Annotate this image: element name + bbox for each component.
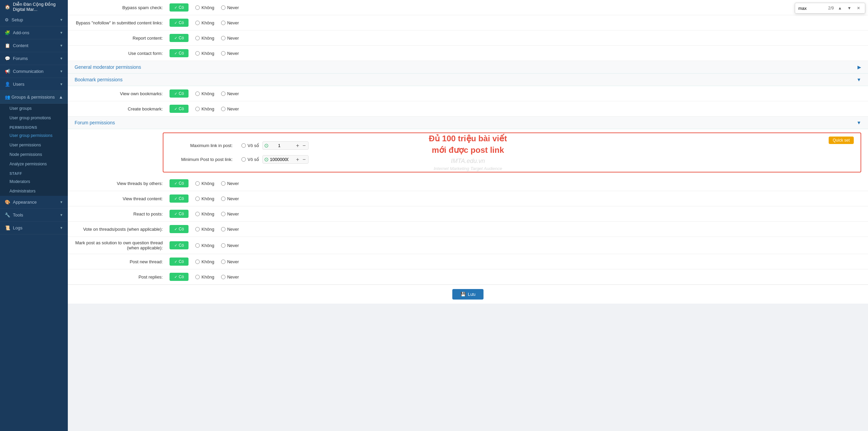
sidebar-item-user-group-permissions[interactable]: User group permissions	[0, 131, 68, 140]
post-replies-never-option[interactable]: Never	[221, 274, 239, 280]
contact-never-option[interactable]: Never	[221, 51, 239, 56]
view-thread-content-never-option[interactable]: Never	[221, 196, 239, 201]
bypass-spam-never-radio[interactable]	[221, 5, 225, 10]
nofollow-never-option[interactable]: Never	[221, 20, 239, 25]
sidebar-item-node-permissions[interactable]: Node permissions	[0, 150, 68, 159]
contact-never-radio[interactable]	[221, 51, 225, 56]
save-button[interactable]: 💾 Lưu	[452, 289, 484, 300]
sidebar-item-tools[interactable]: 🔧 Tools ▼	[0, 209, 68, 222]
vote-never-radio[interactable]	[221, 227, 225, 231]
sidebar-item-content[interactable]: 📋 Content ▼	[0, 39, 68, 52]
search-input[interactable]	[798, 6, 826, 11]
vote-never-option[interactable]: Never	[221, 227, 239, 232]
post-replies-co-button[interactable]: ✓ Có	[170, 273, 189, 281]
view-bookmarks-never-radio[interactable]	[221, 91, 225, 96]
mark-solution-khong-radio[interactable]	[195, 243, 200, 248]
max-link-increment-button[interactable]: +	[295, 143, 300, 148]
min-post-input[interactable]: 100000000	[270, 157, 294, 162]
max-link-input[interactable]: 1	[270, 143, 294, 148]
sidebar-item-forums[interactable]: 💬 Forums ▼	[0, 52, 68, 65]
mark-solution-co-button[interactable]: ✓ Có	[170, 241, 189, 249]
forum-permissions-link[interactable]: Forum permissions	[75, 120, 115, 125]
sidebar-item-user-group-promotions[interactable]: User group promotions	[0, 113, 68, 123]
sidebar-item-addons[interactable]: 🧩 Add-ons ▼	[0, 26, 68, 39]
vote-khong-radio[interactable]	[195, 227, 200, 231]
min-post-increment-button[interactable]: +	[295, 157, 300, 162]
min-post-decrement-button[interactable]: −	[301, 157, 307, 162]
min-post-voso-option[interactable]: Vô số	[241, 157, 259, 162]
sidebar-item-communication[interactable]: 📢 Communication ▼	[0, 65, 68, 78]
view-bookmarks-never-option[interactable]: Never	[221, 91, 239, 96]
report-co-button[interactable]: ✓ Có	[170, 34, 189, 42]
post-thread-khong-radio[interactable]	[195, 260, 200, 264]
sidebar-item-moderators[interactable]: Moderators	[0, 177, 68, 186]
react-never-radio[interactable]	[221, 212, 225, 216]
sidebar-item-user-permissions[interactable]: User permissions	[0, 140, 68, 150]
view-threads-khong-radio[interactable]	[195, 181, 200, 186]
bypass-spam-never-option[interactable]: Never	[221, 5, 239, 10]
nofollow-khong-radio[interactable]	[195, 21, 200, 25]
contact-co-button[interactable]: ✓ Có	[170, 49, 189, 57]
vote-khong-option[interactable]: Không	[195, 227, 214, 232]
post-thread-never-option[interactable]: Never	[221, 259, 239, 264]
post-thread-never-radio[interactable]	[221, 260, 225, 264]
max-link-voso-radio[interactable]	[241, 143, 246, 148]
sidebar-item-appearance[interactable]: 🎨 Appearance ▼	[0, 196, 68, 209]
post-replies-khong-option[interactable]: Không	[195, 274, 214, 280]
nofollow-never-radio[interactable]	[221, 21, 225, 25]
react-never-option[interactable]: Never	[221, 211, 239, 217]
mark-solution-khong-option[interactable]: Không	[195, 243, 214, 248]
sidebar-item-users[interactable]: 👤 Users ▼	[0, 78, 68, 91]
view-thread-content-khong-radio[interactable]	[195, 197, 200, 201]
react-co-button[interactable]: ✓ Có	[170, 210, 189, 218]
bypass-spam-khong-radio[interactable]	[195, 5, 200, 10]
max-link-voso-option[interactable]: Vô số	[241, 143, 259, 148]
bookmark-section[interactable]: Bookmark permissions ▼	[68, 74, 868, 86]
create-bookmark-khong-option[interactable]: Không	[195, 106, 214, 111]
react-khong-radio[interactable]	[195, 212, 200, 216]
create-bookmark-never-radio[interactable]	[221, 107, 225, 111]
view-bookmarks-khong-radio[interactable]	[195, 91, 200, 96]
general-moderator-link[interactable]: General moderator permissions	[75, 64, 141, 70]
create-bookmark-co-button[interactable]: ✓ Có	[170, 105, 189, 113]
sidebar-item-administrators[interactable]: Administrators	[0, 186, 68, 196]
view-threads-co-button[interactable]: ✓ Có	[170, 179, 189, 187]
create-bookmark-khong-radio[interactable]	[195, 107, 200, 111]
search-close-button[interactable]: ✕	[855, 5, 862, 11]
report-never-radio[interactable]	[221, 36, 225, 40]
sidebar-item-user-groups[interactable]: User groups	[0, 104, 68, 113]
view-thread-content-never-radio[interactable]	[221, 197, 225, 201]
contact-khong-radio[interactable]	[195, 51, 200, 56]
sidebar-item-setup[interactable]: ⚙ Setup ▼	[0, 14, 68, 26]
bookmark-link[interactable]: Bookmark permissions	[75, 77, 123, 82]
view-thread-content-co-button[interactable]: ✓ Có	[170, 194, 189, 203]
view-threads-khong-option[interactable]: Không	[195, 181, 214, 186]
contact-khong-option[interactable]: Không	[195, 51, 214, 56]
max-link-decrement-button[interactable]: −	[301, 143, 307, 148]
report-khong-option[interactable]: Không	[195, 36, 214, 41]
forum-permissions-section[interactable]: Forum permissions ▼	[68, 117, 868, 129]
mark-solution-never-option[interactable]: Never	[221, 243, 239, 248]
report-khong-radio[interactable]	[195, 36, 200, 40]
vote-co-button[interactable]: ✓ Có	[170, 225, 189, 233]
report-never-option[interactable]: Never	[221, 36, 239, 41]
post-replies-khong-radio[interactable]	[195, 275, 200, 279]
search-next-button[interactable]: ▼	[846, 5, 853, 11]
view-threads-never-option[interactable]: Never	[221, 181, 239, 186]
nofollow-khong-option[interactable]: Không	[195, 20, 214, 25]
create-bookmark-never-option[interactable]: Never	[221, 106, 239, 111]
sidebar-item-logs[interactable]: 📜 Logs ▼	[0, 222, 68, 234]
nofollow-co-button[interactable]: ✓ Có	[170, 19, 189, 27]
view-threads-never-radio[interactable]	[221, 181, 225, 186]
quick-set-button[interactable]: Quick set	[829, 137, 854, 144]
general-moderator-section[interactable]: General moderator permissions ▶	[68, 61, 868, 74]
min-post-voso-radio[interactable]	[241, 157, 246, 162]
react-khong-option[interactable]: Không	[195, 211, 214, 217]
post-thread-co-button[interactable]: ✓ Có	[170, 258, 189, 266]
bypass-spam-co-button[interactable]: ✓ Có	[170, 3, 189, 12]
sidebar-item-groups-permissions[interactable]: 👥 Groups & permissions ▲	[0, 91, 68, 104]
view-bookmarks-khong-option[interactable]: Không	[195, 91, 214, 96]
view-bookmarks-co-button[interactable]: ✓ Có	[170, 89, 189, 98]
bypass-spam-khong-option[interactable]: Không	[195, 5, 214, 10]
view-thread-content-khong-option[interactable]: Không	[195, 196, 214, 201]
